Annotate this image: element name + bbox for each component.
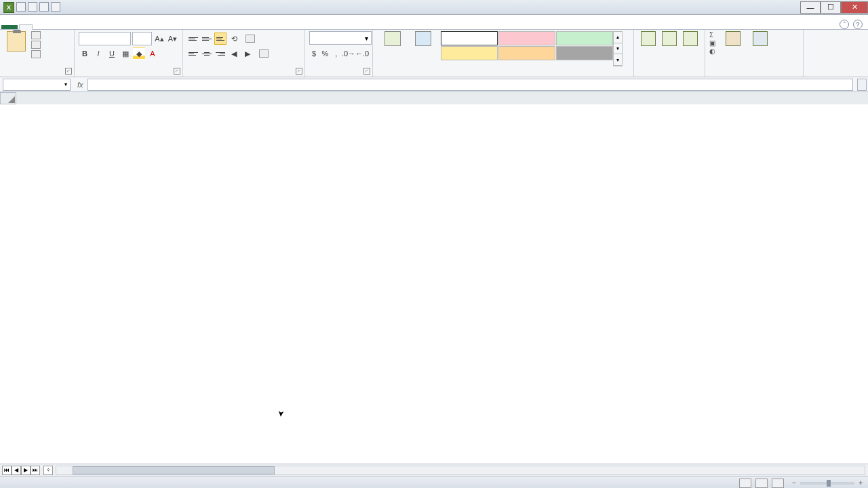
- style-bad[interactable]: [498, 31, 555, 45]
- font-size-input[interactable]: [132, 32, 152, 45]
- style-normal[interactable]: [441, 31, 498, 45]
- redo-icon[interactable]: [39, 2, 49, 12]
- number-group: ▾ $ % , .0→ ←.0 ⌐: [305, 30, 373, 77]
- insert-cells-button[interactable]: [638, 31, 659, 66]
- decrease-font-icon[interactable]: A▾: [167, 33, 178, 45]
- fill-color-button[interactable]: ◆: [133, 47, 145, 60]
- alignment-expand-icon[interactable]: ⌐: [296, 68, 302, 75]
- paste-button[interactable]: [4, 31, 28, 66]
- comma-icon[interactable]: ,: [332, 47, 341, 60]
- format-as-table-button[interactable]: [408, 31, 438, 66]
- style-calculation[interactable]: [498, 46, 555, 60]
- close-button[interactable]: ✕: [841, 1, 868, 14]
- font-name-input[interactable]: [79, 32, 131, 45]
- cell-styles-gallery[interactable]: [441, 31, 613, 66]
- number-format-select[interactable]: ▾: [309, 31, 372, 45]
- currency-icon[interactable]: $: [309, 47, 319, 60]
- name-box[interactable]: ▾: [3, 79, 71, 91]
- decrease-indent-icon[interactable]: ◀: [228, 47, 240, 60]
- conditional-formatting-button[interactable]: [377, 31, 408, 66]
- bold-button[interactable]: B: [79, 47, 91, 60]
- formula-bar[interactable]: [87, 79, 853, 91]
- wrap-text-button[interactable]: [245, 35, 257, 43]
- align-middle-icon[interactable]: [201, 33, 213, 45]
- spreadsheet-grid[interactable]: [0, 92, 868, 464]
- undo-icon[interactable]: [28, 2, 37, 12]
- wrap-icon: [245, 35, 255, 43]
- horizontal-scrollbar[interactable]: [56, 466, 865, 475]
- tab-insert[interactable]: [33, 24, 46, 29]
- excel-icon[interactable]: X: [3, 2, 14, 13]
- zoom-out-icon[interactable]: −: [792, 479, 796, 487]
- cells-group: [634, 30, 705, 77]
- mouse-cursor: [278, 409, 286, 420]
- increase-font-icon[interactable]: A▴: [153, 33, 165, 45]
- clear-button[interactable]: ◐: [709, 47, 717, 55]
- status-bar: − +: [0, 476, 868, 488]
- align-center-icon[interactable]: [201, 47, 213, 60]
- help-icon[interactable]: ?: [853, 20, 863, 29]
- clipboard-expand-icon[interactable]: ⌐: [65, 68, 72, 75]
- minimize-button[interactable]: —: [800, 1, 821, 14]
- align-right-icon[interactable]: [214, 47, 226, 60]
- page-layout-view-icon[interactable]: [755, 479, 768, 488]
- style-check-cell[interactable]: [556, 46, 613, 60]
- qat-more-icon[interactable]: [51, 2, 60, 12]
- select-all-corner[interactable]: [0, 92, 16, 104]
- format-cells-button[interactable]: [679, 31, 701, 66]
- tab-data[interactable]: [73, 24, 87, 29]
- fill-button[interactable]: ▣: [709, 39, 717, 47]
- sort-filter-button[interactable]: [720, 31, 746, 66]
- tab-view[interactable]: [100, 24, 114, 29]
- tab-formulas[interactable]: [60, 24, 73, 29]
- page-break-view-icon[interactable]: [772, 479, 784, 488]
- italic-button[interactable]: I: [92, 47, 104, 60]
- tab-review[interactable]: [87, 24, 100, 29]
- tab-page-layout[interactable]: [46, 24, 60, 29]
- formula-bar-expand-icon[interactable]: [857, 79, 867, 91]
- alignment-group: ⟲ ◀ ▶ ⌐: [183, 30, 305, 77]
- format-painter-button[interactable]: [31, 50, 43, 58]
- border-button[interactable]: ▦: [119, 47, 132, 60]
- minimize-ribbon-icon[interactable]: ˄: [840, 20, 849, 29]
- autosum-button[interactable]: Σ: [709, 31, 717, 39]
- find-select-button[interactable]: [747, 31, 773, 66]
- copy-button[interactable]: [31, 41, 43, 49]
- tab-home[interactable]: [19, 24, 33, 30]
- tab-nav-next-icon[interactable]: ▶: [21, 466, 31, 475]
- styles-more-icon[interactable]: ▴▾▾: [613, 31, 623, 66]
- underline-button[interactable]: U: [106, 47, 118, 60]
- tab-nav-prev-icon[interactable]: ◀: [12, 466, 21, 475]
- style-neutral[interactable]: [441, 46, 498, 60]
- decrease-decimal-icon[interactable]: ←.0: [356, 47, 368, 60]
- table-icon: [415, 31, 431, 46]
- increase-indent-icon[interactable]: ▶: [241, 47, 254, 60]
- align-top-icon[interactable]: [187, 33, 199, 45]
- font-color-button[interactable]: A: [146, 47, 159, 60]
- format-painter-icon: [31, 50, 41, 58]
- save-icon[interactable]: [16, 2, 26, 12]
- number-expand-icon[interactable]: ⌐: [363, 68, 370, 75]
- font-expand-icon[interactable]: ⌐: [174, 68, 180, 75]
- fill-icon: ▣: [709, 39, 715, 47]
- increase-decimal-icon[interactable]: .0→: [342, 47, 355, 60]
- cut-button[interactable]: [31, 31, 43, 39]
- tab-acrobat[interactable]: [114, 24, 127, 29]
- zoom-slider[interactable]: [800, 482, 854, 485]
- normal-view-icon[interactable]: [739, 479, 751, 488]
- file-tab[interactable]: [1, 25, 18, 29]
- merge-center-button[interactable]: [259, 49, 271, 58]
- orientation-icon[interactable]: ⟲: [228, 33, 240, 45]
- fx-icon[interactable]: fx: [77, 81, 83, 89]
- percent-icon[interactable]: %: [320, 47, 330, 60]
- align-left-icon[interactable]: [187, 47, 199, 60]
- align-bottom-icon[interactable]: [214, 33, 226, 45]
- zoom-in-icon[interactable]: +: [859, 479, 863, 487]
- delete-cells-button[interactable]: [659, 31, 680, 66]
- maximize-button[interactable]: ☐: [821, 1, 841, 14]
- style-good[interactable]: [556, 31, 613, 45]
- title-bar: X — ☐ ✕: [0, 0, 868, 15]
- tab-nav-last-icon[interactable]: ⏭: [31, 466, 40, 475]
- new-sheet-icon[interactable]: ✧: [43, 466, 53, 475]
- tab-nav-first-icon[interactable]: ⏮: [2, 466, 12, 475]
